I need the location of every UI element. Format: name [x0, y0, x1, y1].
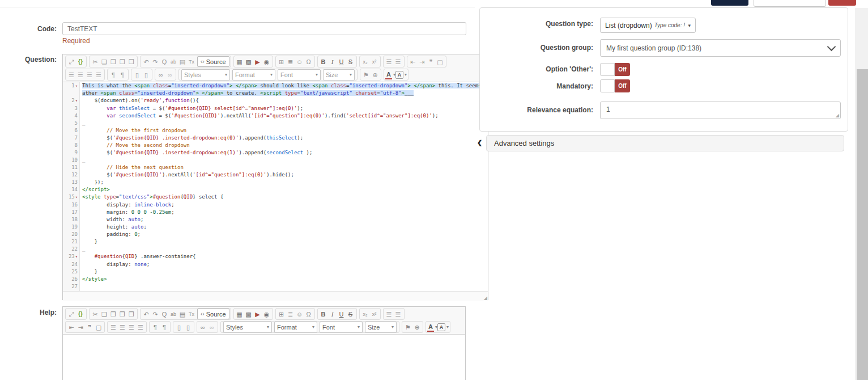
table-icon[interactable]: ⊞: [277, 309, 286, 319]
horizontal-rule-icon[interactable]: ≣: [286, 57, 295, 67]
collapse-panel-icon[interactable]: ❮: [477, 139, 482, 146]
find-icon[interactable]: Q: [160, 309, 169, 319]
copy-icon[interactable]: ❏: [100, 57, 109, 67]
question-type-dropdown[interactable]: List (dropdown) Type code: ! ▾: [600, 18, 696, 33]
styles-combo[interactable]: Styles▾: [181, 69, 230, 81]
outdent-icon[interactable]: ⇤: [67, 322, 76, 332]
align-center-icon[interactable]: ☰: [76, 70, 85, 80]
replacement-fields-icon[interactable]: {}: [76, 57, 85, 67]
undo-icon[interactable]: ↶: [142, 309, 151, 319]
option-other-toggle[interactable]: Off: [600, 63, 630, 76]
redo-icon[interactable]: ↷: [151, 309, 160, 319]
strikethrough-icon[interactable]: S: [346, 57, 355, 67]
help-editor-content[interactable]: [63, 335, 465, 380]
remove-format-icon[interactable]: Tx: [187, 57, 196, 67]
oembed-icon[interactable]: ◉: [262, 309, 271, 319]
page-break-icon[interactable]: ▯: [175, 322, 184, 332]
code-input[interactable]: [62, 22, 466, 35]
question-source-code[interactable]: 1▾This is what the <span class="inserted…: [63, 82, 488, 291]
advanced-settings-accordion[interactable]: Advanced settings: [486, 135, 844, 151]
image-icon[interactable]: ▦: [235, 57, 244, 67]
align-right-icon[interactable]: ☰: [85, 70, 94, 80]
fold-marker-icon[interactable]: ▾: [75, 99, 78, 103]
source-button[interactable]: ‹›Source: [197, 56, 229, 67]
align-justify-icon[interactable]: ☰: [94, 70, 103, 80]
blockquote-icon[interactable]: ❞: [85, 322, 94, 332]
align-center-icon[interactable]: ☰: [118, 322, 127, 332]
paste-as-text-icon[interactable]: ❒: [118, 309, 127, 319]
superscript-icon[interactable]: x²: [370, 309, 379, 319]
primary-button[interactable]: [711, 0, 748, 6]
background-color-icon[interactable]: A: [437, 323, 445, 331]
special-char-icon[interactable]: Ω: [304, 57, 313, 67]
outdent-icon[interactable]: ⇤: [409, 57, 418, 67]
link-icon[interactable]: ∞: [198, 322, 207, 332]
align-left-icon[interactable]: ☰: [67, 70, 76, 80]
templates-icon[interactable]: ▯: [142, 70, 151, 80]
div-container-icon[interactable]: ▢: [436, 57, 445, 67]
indent-icon[interactable]: ⇥: [76, 322, 85, 332]
fold-marker-icon[interactable]: ▾: [75, 255, 78, 259]
italic-icon[interactable]: I: [328, 57, 337, 67]
paste-icon[interactable]: ❒: [109, 309, 118, 319]
align-right-icon[interactable]: ☰: [127, 322, 136, 332]
div-container-icon[interactable]: ▢: [94, 322, 103, 332]
font-combo[interactable]: Font▾: [278, 69, 321, 81]
special-char-icon[interactable]: Ω: [304, 309, 313, 319]
numbered-list-icon[interactable]: ☰: [385, 57, 394, 67]
text-color-icon[interactable]: A: [385, 70, 392, 79]
unlink-icon[interactable]: ∞: [207, 322, 216, 332]
select-all-icon[interactable]: ▤: [178, 57, 187, 67]
video-icon[interactable]: ▶: [253, 309, 262, 319]
paste-icon[interactable]: ❒: [109, 57, 118, 67]
language-icon[interactable]: ⊕: [412, 322, 422, 332]
danger-button[interactable]: [828, 0, 856, 6]
replacement-fields-icon[interactable]: {}: [76, 309, 85, 319]
subscript-icon[interactable]: x₂: [361, 57, 370, 67]
undo-icon[interactable]: ↶: [142, 57, 151, 67]
size-combo[interactable]: Size▾: [323, 69, 355, 81]
relevance-equation-input[interactable]: 1 ◢: [600, 102, 841, 119]
italic-icon[interactable]: I: [328, 309, 337, 319]
styles-combo[interactable]: Styles▾: [223, 322, 272, 333]
indent-icon[interactable]: ⇥: [418, 57, 427, 67]
underline-icon[interactable]: U: [337, 309, 346, 319]
align-justify-icon[interactable]: ☰: [136, 322, 145, 332]
paste-from-word-icon[interactable]: ❒: [127, 309, 136, 319]
anchor-flag-icon[interactable]: ⚑: [361, 70, 371, 80]
language-icon[interactable]: ⊕: [371, 70, 380, 80]
font-combo[interactable]: Font▾: [320, 322, 363, 333]
template-content-icon[interactable]: ▩: [244, 57, 253, 67]
text-color-icon[interactable]: A: [427, 323, 434, 332]
size-combo[interactable]: Size▾: [365, 322, 397, 333]
redo-icon[interactable]: ↷: [151, 57, 160, 67]
video-icon[interactable]: ▶: [253, 57, 262, 67]
smiley-icon[interactable]: ☺: [295, 57, 304, 67]
superscript-icon[interactable]: x²: [370, 57, 379, 67]
text-direction-rtl-icon[interactable]: ¶: [160, 322, 169, 332]
blockquote-icon[interactable]: ❞: [427, 57, 436, 67]
align-left-icon[interactable]: ☰: [109, 322, 118, 332]
fold-marker-icon[interactable]: ▾: [75, 84, 78, 88]
anchor-flag-icon[interactable]: ⚑: [403, 322, 412, 332]
subscript-icon[interactable]: x₂: [361, 309, 370, 319]
template-content-icon[interactable]: ▩: [244, 309, 253, 319]
replace-icon[interactable]: ab: [169, 57, 178, 67]
cut-icon[interactable]: ✂: [91, 309, 100, 319]
select-all-icon[interactable]: ▤: [178, 309, 187, 319]
underline-icon[interactable]: U: [337, 57, 346, 67]
format-combo[interactable]: Format▾: [274, 322, 317, 333]
oembed-icon[interactable]: ◉: [262, 57, 271, 67]
page-scrollbar-thumb[interactable]: [857, 69, 868, 380]
text-direction-ltr-icon[interactable]: ¶: [109, 70, 118, 80]
copy-icon[interactable]: ❏: [100, 309, 109, 319]
source-button[interactable]: ‹›Source: [197, 309, 229, 319]
link-icon[interactable]: ∞: [156, 70, 165, 80]
mandatory-toggle[interactable]: Off: [600, 79, 630, 92]
bullet-list-icon[interactable]: ☰: [394, 57, 403, 67]
cut-icon[interactable]: ✂: [91, 57, 100, 67]
format-combo[interactable]: Format▾: [232, 69, 275, 81]
text-direction-ltr-icon[interactable]: ¶: [151, 322, 160, 332]
numbered-list-icon[interactable]: ☰: [385, 309, 394, 319]
replace-icon[interactable]: ab: [169, 309, 178, 319]
